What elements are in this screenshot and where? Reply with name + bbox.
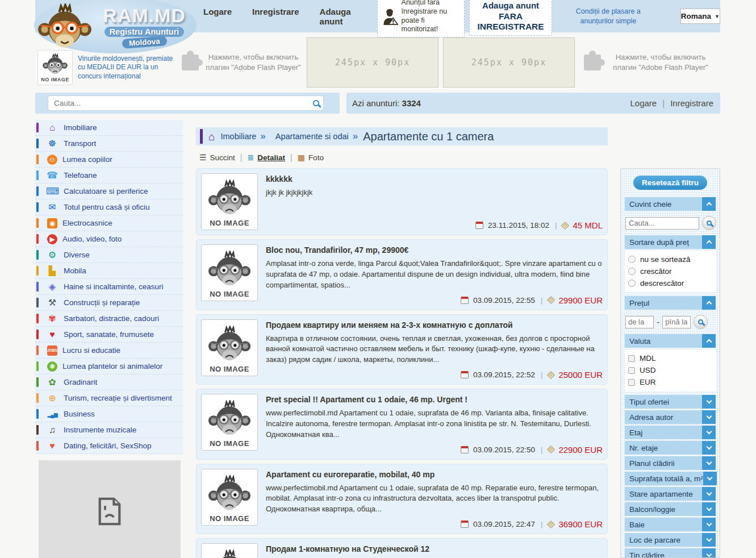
flash-plugin-block-left[interactable]: Нажмите, чтобы включить плагин "Adobe Fl… [182, 52, 302, 72]
chevron-up-icon [702, 197, 716, 211]
nav-logare[interactable]: Logare [203, 7, 232, 26]
sidebar-item-label: Electrocasnice [62, 219, 112, 227]
category-accent-bar [36, 441, 39, 451]
sidebar-item-telefoane[interactable]: ☎Telefoane [35, 168, 183, 184]
sidebar-item-dating[interactable]: ♥Dating, felicitări, SexShop [35, 438, 183, 454]
sidebar-item-business[interactable]: ▂▄▆Business [35, 406, 183, 422]
filter-section-sort[interactable]: Sortare după preț [625, 235, 716, 249]
site-logo[interactable]: RAM.MD Registru Anunturi Moldova [34, 0, 198, 55]
globe-icon: ⊕ [46, 393, 59, 404]
filter-section-collapsed[interactable]: Planul clădirii [625, 456, 716, 470]
sort-option[interactable]: nu se sortează [626, 253, 714, 265]
login-link[interactable]: Logare [630, 98, 657, 108]
keyword-search-button[interactable] [702, 216, 716, 230]
sidebar-item-constructii[interactable]: ⚒Construcții și reparație [35, 295, 183, 311]
no-image-label: NO IMAGE [210, 514, 249, 523]
sidebar-item-audio-video[interactable]: ▶Audio, video, foto [35, 231, 183, 247]
search-button[interactable] [313, 98, 319, 109]
radio-icon[interactable] [628, 280, 636, 287]
currency-option-label: MDL [640, 354, 656, 363]
filter-section-price[interactable]: Prețul [625, 296, 716, 310]
filter-section-collapsed[interactable]: Tip clădire [625, 548, 716, 558]
checkbox-icon[interactable] [628, 355, 635, 362]
listing-title[interactable]: Продаем квартиру или меняем на 2-3-х ком… [266, 320, 603, 330]
listings-column: ⌂ Imobiliare » Apartamente si odai » Apa… [196, 119, 608, 558]
no-image-monkey-icon [205, 475, 254, 514]
filter-section-title: Etaj [625, 428, 702, 437]
breadcrumb-link-apartamente[interactable]: Apartamente si odai [275, 132, 349, 141]
listing-card[interactable]: NO IMAGE kkkkkk jkjk jk jkjkjkjkjk 23.11… [196, 168, 608, 235]
language-select[interactable]: Romana ▼ [680, 9, 720, 24]
radio-icon[interactable] [628, 256, 636, 263]
filter-section-collapsed[interactable]: Tipul ofertei [625, 395, 716, 409]
price-tag-icon [547, 520, 555, 528]
listing-card[interactable]: NO IMAGE Продаем квартиру или меняем на … [196, 314, 608, 385]
meta-separator: | [541, 296, 543, 305]
checkbox-icon[interactable] [628, 379, 635, 386]
register-link[interactable]: Inregistrare [670, 98, 713, 108]
sidebar-item-transport[interactable]: ☸Transport [35, 136, 183, 152]
sidebar-item-label: Totul pentru casă și oficiu [64, 203, 150, 211]
sidebar-item-instrumente[interactable]: ♫Instrumente muzicale [35, 422, 183, 438]
listing-title[interactable]: Продам 1-комнатную на Студенческой 12 [266, 544, 603, 553]
listing-title[interactable]: kkkkkk [266, 174, 603, 184]
nav-inregistrare[interactable]: Inregistrare [252, 7, 299, 26]
sidebar-item-lucru[interactable]: JOBSLucru si educatie [35, 343, 183, 359]
keyword-search-input[interactable] [625, 217, 699, 230]
sidebar-item-electrocasnice[interactable]: ◉Electrocasnice [35, 215, 183, 231]
sidebar-item-sport[interactable]: ♥Sport, sanatate, frumusete [35, 327, 183, 343]
conditions-link[interactable]: Condiții de plasare a anunțurilor simple [570, 7, 646, 26]
listing-card[interactable]: NO IMAGE Bloc nou, Trandafirilor, 47 mp,… [196, 239, 608, 310]
checkbox-icon[interactable] [628, 367, 635, 374]
currency-option-eur[interactable]: EUR [626, 376, 714, 388]
sidebar-item-plante-animale[interactable]: ❃Lumea plantelor si animalelor [35, 359, 183, 374]
listing-title[interactable]: Pret special !! Apartament cu 1 odaie, 4… [266, 395, 603, 404]
price-from-input[interactable] [625, 316, 654, 328]
sidebar-item-gradinarit[interactable]: ✿Gradinarit [35, 374, 183, 390]
filter-section-collapsed[interactable]: Balcon/loggie [625, 502, 716, 516]
category-accent-bar [36, 282, 39, 292]
reset-filter-button-top[interactable]: Resetează filtru [633, 176, 707, 190]
filter-section-keyword[interactable]: Cuvint cheie [625, 197, 716, 211]
sidebar-item-calculatoare[interactable]: ⌨Calculatoare si periferice [35, 184, 183, 199]
sidebar-item-turism[interactable]: ⊕Turism, recreație și divertisment [35, 390, 183, 406]
currency-option-mdl[interactable]: MDL [626, 352, 714, 364]
radio-icon[interactable] [628, 268, 636, 275]
add-listing-cta-button[interactable]: Adauga anunt FARA INREGISTRARE [469, 0, 552, 36]
listing-title[interactable]: Apartament cu euroreparatie, mobilat, 40… [266, 470, 603, 479]
filter-section-collapsed[interactable]: Stare apartamente [625, 487, 716, 501]
listing-card[interactable]: NO IMAGE Apartament cu euroreparatie, mo… [196, 464, 608, 535]
view-tab-succint[interactable]: ☰Succint [199, 153, 235, 162]
filter-section-collapsed[interactable]: Loc de parcare [625, 533, 716, 547]
sort-option[interactable]: crescător [626, 265, 714, 277]
category-accent-bar [36, 425, 39, 435]
view-tab-detaliat[interactable]: ≣Detaliat [247, 153, 285, 162]
flash-plugin-block-right[interactable]: Нажмите, чтобы включить плагин "Adobe Fl… [584, 52, 715, 72]
sidebar-item-sarbatori[interactable]: ✾Sarbatori, distractie, cadouri [35, 311, 183, 327]
filter-section-collapsed[interactable]: Baie [625, 518, 716, 531]
breadcrumb-link-imobiliare[interactable]: Imobiliare [220, 132, 256, 141]
price-search-button[interactable] [694, 315, 708, 329]
currency-option-usd[interactable]: USD [626, 364, 714, 376]
search-strip [35, 93, 340, 114]
sort-option[interactable]: descrescător [626, 277, 714, 289]
sidebar-item-mobila[interactable]: ▙Mobila [35, 263, 183, 279]
sidebar-item-haine[interactable]: ◈Haine si incaltaminte, ceasuri [35, 279, 183, 295]
filter-section-collapsed[interactable]: Adresa autor [625, 410, 716, 424]
search-input[interactable] [48, 95, 324, 111]
filter-section-collapsed[interactable]: Etaj [625, 426, 716, 439]
view-tab-foto[interactable]: ▦Foto [298, 153, 324, 162]
price-to-input[interactable] [662, 316, 691, 328]
sidebar-item-lumea-copiilor[interactable]: ☺Lumea copiilor [35, 152, 183, 168]
listing-card[interactable]: NO IMAGE Продам 1-комнатную на Студенчес… [196, 538, 608, 558]
nav-adauga-anunt[interactable]: Adauga anunt [320, 7, 351, 26]
sidebar-item-diverse[interactable]: ⚙Diverse [35, 247, 183, 263]
filter-section-collapsed[interactable]: Suprafața totală a, m² [625, 472, 716, 485]
filter-section-collapsed[interactable]: Nr. etaje [625, 441, 716, 455]
listing-title[interactable]: Bloc nou, Trandafirilor, 47 mp, 29900€ [266, 245, 603, 255]
sidebar-item-imobiliare[interactable]: ⌂Imobiliare [35, 120, 183, 136]
listing-card[interactable]: NO IMAGE Pret special !! Apartament cu 1… [196, 389, 608, 460]
filter-section-currency[interactable]: Valuta [625, 334, 716, 348]
sidebar-item-casa-oficiu[interactable]: ✉Totul pentru casă și oficiu [35, 199, 183, 215]
worker-warning-icon [381, 7, 398, 26]
